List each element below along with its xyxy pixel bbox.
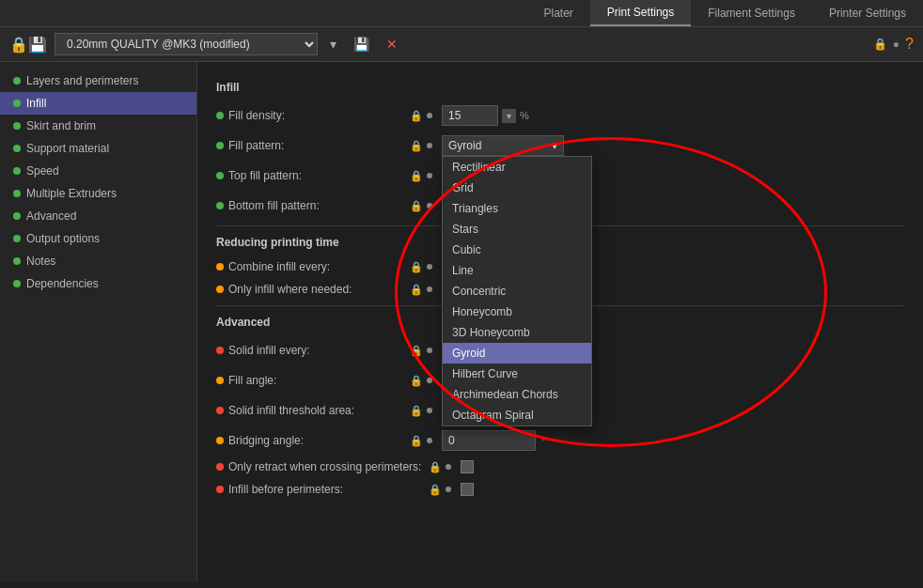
tab-printer-settings[interactable]: Printer Settings xyxy=(812,0,923,26)
sidebar-label-speed: Speed xyxy=(26,164,59,178)
solid-infill-every-lock[interactable]: 🔒 xyxy=(410,345,423,357)
sidebar-label-layers: Layers and perimeters xyxy=(26,74,138,87)
output-dot xyxy=(13,235,21,242)
fill-pattern-lock-group: 🔒 xyxy=(410,140,432,152)
sidebar-label-skirt: Skirt and brim xyxy=(26,119,96,132)
sidebar-item-speed[interactable]: Speed xyxy=(0,160,196,182)
only-retract-lock[interactable]: 🔒 xyxy=(429,461,442,473)
dropdown-option-octagram[interactable]: Octagram Spiral xyxy=(443,405,591,426)
bridging-angle-dot xyxy=(216,437,224,444)
infill-before-label: Infill before perimeters: xyxy=(216,483,423,496)
fill-angle-status-dot xyxy=(427,378,432,383)
sidebar-item-skirt[interactable]: Skirt and brim xyxy=(0,115,196,137)
dropdown-option-grid[interactable]: Grid xyxy=(443,178,591,198)
fill-pattern-selected: Gyroid xyxy=(448,139,481,152)
sidebar-label-infill: Infill xyxy=(26,97,46,110)
infill-dot xyxy=(13,100,21,107)
content-area: Infill Fill density: 🔒 ▾ % Fill pattern: xyxy=(197,62,923,582)
infill-before-checkbox[interactable] xyxy=(461,483,474,496)
sidebar: Layers and perimeters Infill Skirt and b… xyxy=(0,62,197,582)
top-fill-label: Top fill pattern: xyxy=(216,169,404,182)
fill-density-unit: % xyxy=(520,110,529,121)
dropdown-option-hilbert[interactable]: Hilbert Curve xyxy=(443,364,591,384)
dropdown-option-cubic[interactable]: Cubic xyxy=(443,240,591,260)
dropdown-option-concentric[interactable]: Concentric xyxy=(443,281,591,302)
top-fill-lock-group: 🔒 xyxy=(410,170,432,182)
fill-pattern-label: Fill pattern: xyxy=(216,139,404,152)
dropdown-option-rectilinear[interactable]: Rectilinear xyxy=(443,157,591,178)
close-profile-btn[interactable]: ✕ xyxy=(382,35,402,54)
top-fill-status-dot xyxy=(427,173,432,178)
dropdown-option-line[interactable]: Line xyxy=(443,260,591,281)
tab-print-settings[interactable]: Print Settings xyxy=(590,0,691,26)
sidebar-item-support[interactable]: Support material xyxy=(0,137,196,160)
infill-before-lock-group: 🔒 xyxy=(429,484,451,496)
sidebar-item-infill[interactable]: Infill xyxy=(0,92,196,115)
infill-before-lock[interactable]: 🔒 xyxy=(429,484,442,496)
only-retract-dot xyxy=(216,463,224,471)
fill-pattern-dot xyxy=(216,142,224,149)
fill-angle-dot xyxy=(216,377,224,384)
infill-before-dot xyxy=(216,486,224,493)
extruders-dot xyxy=(13,190,21,197)
top-fill-dot xyxy=(216,172,224,179)
bottom-fill-lock[interactable]: 🔒 xyxy=(410,200,423,212)
sidebar-item-notes[interactable]: Notes xyxy=(0,250,196,272)
solid-threshold-status-dot xyxy=(427,408,432,413)
solid-infill-every-dot2 xyxy=(427,348,432,353)
fill-density-dropdown-btn[interactable]: ▾ xyxy=(502,109,516,123)
infill-before-status-dot xyxy=(446,487,451,492)
sidebar-label-extruders: Multiple Extruders xyxy=(26,187,117,200)
toolbar: 🔒💾 0.20mm QUALITY @MK3 (modified) ▾ 💾 ✕ … xyxy=(0,27,923,62)
dropdown-arrow-btn[interactable]: ▾ xyxy=(325,35,341,54)
fill-pattern-dropdown-trigger[interactable]: Gyroid ▾ xyxy=(442,135,564,156)
save-profile-btn[interactable]: 💾 xyxy=(349,35,374,54)
fill-angle-lock-group: 🔒 xyxy=(410,375,432,387)
bridging-angle-label: Bridging angle: xyxy=(216,434,404,447)
bridging-angle-lock[interactable]: 🔒 xyxy=(410,435,423,447)
fill-pattern-dropdown-container: Gyroid ▾ Rectilinear Grid Triangles Star… xyxy=(442,135,564,156)
sidebar-item-layers[interactable]: Layers and perimeters xyxy=(0,70,196,92)
only-retract-lock-group: 🔒 xyxy=(429,461,451,473)
fill-angle-lock[interactable]: 🔒 xyxy=(410,375,423,387)
dropdown-option-gyroid[interactable]: Gyroid xyxy=(443,343,591,364)
infill-before-row: Infill before perimeters: 🔒 xyxy=(216,483,904,496)
only-infill-dot xyxy=(216,286,224,293)
only-retract-status-dot xyxy=(446,464,451,470)
bridging-unit: ° xyxy=(541,435,545,446)
fill-density-label: Fill density: xyxy=(216,109,404,122)
sidebar-item-dependencies[interactable]: Dependencies xyxy=(0,272,196,295)
bridging-angle-row: Bridging angle: 🔒 ° xyxy=(216,430,904,451)
fill-pattern-lock[interactable]: 🔒 xyxy=(410,140,423,152)
save-icon: 🔒💾 xyxy=(9,36,47,54)
dropdown-option-3d-honeycomb[interactable]: 3D Honeycomb xyxy=(443,322,591,343)
top-fill-lock[interactable]: 🔒 xyxy=(410,170,423,182)
sidebar-item-extruders[interactable]: Multiple Extruders xyxy=(0,182,196,205)
fill-pattern-status-dot xyxy=(427,143,432,148)
dropdown-option-archimedean[interactable]: Archimedean Chords xyxy=(443,384,591,405)
solid-threshold-lock[interactable]: 🔒 xyxy=(410,405,423,417)
bridging-angle-input[interactable] xyxy=(442,430,536,451)
only-infill-lock-group: 🔒 xyxy=(410,284,432,296)
fill-density-lock[interactable]: 🔒 xyxy=(410,110,423,122)
only-infill-lock[interactable]: 🔒 xyxy=(410,284,423,296)
combine-infill-lock[interactable]: 🔒 xyxy=(410,261,423,273)
only-retract-label: Only retract when crossing perimeters: xyxy=(216,460,423,473)
fill-angle-label: Fill angle: xyxy=(216,374,404,387)
profile-selector[interactable]: 0.20mm QUALITY @MK3 (modified) xyxy=(55,33,318,55)
dropdown-option-honeycomb[interactable]: Honeycomb xyxy=(443,302,591,322)
sidebar-item-output[interactable]: Output options xyxy=(0,227,196,250)
skirt-dot xyxy=(13,122,21,130)
help-icon[interactable]: ? xyxy=(905,36,914,53)
solid-threshold-label: Solid infill threshold area: xyxy=(216,404,404,417)
dropdown-option-triangles[interactable]: Triangles xyxy=(443,198,591,219)
tab-plater[interactable]: Plater xyxy=(527,0,590,26)
tab-filament-settings[interactable]: Filament Settings xyxy=(691,0,812,26)
bottom-fill-lock-group: 🔒 xyxy=(410,200,432,212)
fill-pattern-row: Fill pattern: 🔒 Gyroid ▾ Rectilinear Gri… xyxy=(216,135,904,156)
dropdown-option-stars[interactable]: Stars xyxy=(443,219,591,240)
fill-density-input[interactable] xyxy=(442,105,498,126)
fill-density-row: Fill density: 🔒 ▾ % xyxy=(216,105,904,126)
only-retract-checkbox[interactable] xyxy=(461,460,474,473)
sidebar-item-advanced[interactable]: Advanced xyxy=(0,205,196,227)
